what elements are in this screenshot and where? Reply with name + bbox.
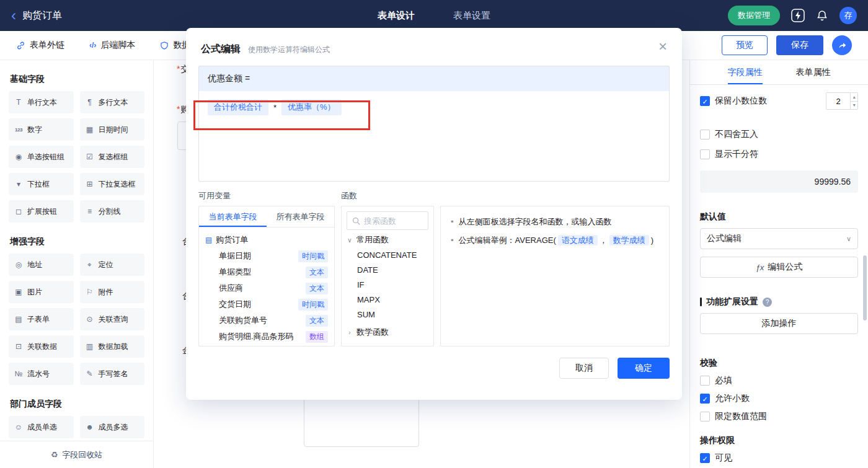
function-item[interactable]: MAPX [347,293,428,307]
field-item[interactable]: ◉单选按钮组 [9,146,74,168]
canvas-field[interactable] [304,399,419,447]
field-item[interactable]: ⌖定位 [80,254,145,276]
field-item[interactable]: ⊡关联数据 [9,335,74,358]
field-item[interactable]: ◻扩展按钮 [9,200,74,223]
field-item[interactable]: ☺成员单选 [9,416,74,438]
tab-form-design[interactable]: 表单设计 [378,10,415,22]
subform-icon: ▤ [14,315,24,324]
formula-input-area[interactable]: 合计价税合计 * 优惠率（%） [199,91,669,123]
field-item[interactable]: ⚐附件 [80,281,145,303]
field-item[interactable]: ¶多行文本 [80,91,145,113]
function-group-common[interactable]: ∨ 常用函数 [347,232,428,248]
dropdown-icon: ▾ [14,180,24,188]
field-item[interactable]: ☑复选框组 [80,146,145,168]
backend-script-label: 后端脚本 [100,40,135,51]
field-item[interactable]: ▤子表单 [9,308,74,330]
decimal-places-stepper: ▲▼ [826,92,858,110]
stepper-up-icon[interactable]: ▲ [851,93,857,102]
field-item[interactable]: ⊞下拉复选框 [80,173,145,195]
function-item[interactable]: SUM [347,307,428,322]
function-search-input[interactable] [364,216,423,226]
limit-range-checkbox[interactable] [700,412,710,422]
required-checkbox[interactable] [700,376,710,386]
variable-row[interactable]: 关联购货单号文本 [205,312,328,329]
function-group-text[interactable]: › 文本函数 [347,342,428,347]
variable-row[interactable]: 购货明细.商品条形码数组 [205,329,328,345]
variable-row[interactable]: 单据日期时间戳 [205,248,328,264]
field-item[interactable]: ☻成员多选 [80,416,145,438]
stepper-down-icon[interactable]: ▼ [851,102,857,110]
field-item[interactable]: ⊙关联查询 [80,308,145,330]
cancel-button[interactable]: 取消 [559,358,609,379]
function-item[interactable]: IF [347,278,428,293]
link-icon [16,41,25,50]
form-external-link-item[interactable]: 表单外链 [16,40,64,51]
add-action-button[interactable]: 添加操作 [700,313,858,334]
edit-formula-button[interactable]: ƒx 编辑公式 [700,257,858,278]
default-value-select[interactable]: 公式编辑 ∨ [700,228,858,249]
thousand-separator-checkbox[interactable] [700,149,710,159]
data-manage-button[interactable]: 数据管理 [728,6,780,25]
formula-field-token[interactable]: 合计价税合计 [208,99,268,115]
field-item[interactable]: ✎手写签名 [80,363,145,385]
field-item[interactable]: 123数字 [9,118,74,141]
field-item-label: 成员多选 [99,422,128,433]
field-item[interactable]: ◎地址 [9,254,74,276]
member-multi-icon: ☻ [85,423,95,431]
app-root: ‹ 购货订单 表单设计 表单设置 数据管理 存 表单外链 ‹/› 后端脚本 [0,0,868,468]
formula-field-token[interactable]: 优惠率（%） [281,99,342,115]
field-type-badge: 数组 [306,331,328,343]
function-item[interactable]: DATE [347,263,428,278]
lightning-icon[interactable] [791,9,805,22]
decimal-places-input[interactable] [826,93,850,109]
preview-button[interactable]: 预览 [722,35,768,55]
help-panel: • 从左侧面板选择字段名和函数，或输入函数 • 公式编辑举例：AVERAGE(语… [440,206,670,347]
tab-form-properties[interactable]: 表单属性 [796,60,831,84]
field-item[interactable]: ≡分割线 [80,200,145,223]
function-group-math[interactable]: › 数学函数 [347,324,428,340]
shield-icon [160,41,169,50]
share-button[interactable] [832,35,852,55]
close-icon[interactable]: × [658,39,667,54]
variable-row[interactable]: 供应商文本 [205,280,328,296]
formula-target: 优惠金额 = [199,66,669,91]
no-rounding-label: 不四舍五入 [715,129,758,140]
modal-title: 公式编辑 [201,43,241,56]
scrollbar-thumb[interactable] [863,255,867,320]
tab-form-settings[interactable]: 表单设置 [453,10,490,22]
member-fields-grid: ☺成员单选 ☻成员多选 [9,416,144,438]
tab-all-form-fields[interactable]: 所有表单字段 [267,206,334,227]
field-item-label: 单选按钮组 [27,152,64,162]
basic-fields-grid: T单行文本 ¶多行文本 123数字 ▦日期时间 ◉单选按钮组 ☑复选框组 ▾下拉… [9,91,144,223]
field-item[interactable]: ▦日期时间 [80,118,145,141]
field-item[interactable]: T单行文本 [9,91,74,113]
tab-current-form-fields[interactable]: 当前表单字段 [199,206,267,227]
field-item-label: 数字 [27,125,42,135]
confirm-button[interactable]: 确定 [618,358,670,379]
avatar[interactable]: 存 [839,7,857,24]
divider-icon: ≡ [85,207,95,216]
tab-field-properties[interactable]: 字段属性 [728,60,763,84]
backend-script-item[interactable]: ‹/› 后端脚本 [89,40,135,51]
form-root-node[interactable]: ▤ 购货订单 [205,232,328,248]
field-item[interactable]: ▥数据加载 [80,335,145,358]
variable-row[interactable]: 交货日期时间戳 [205,296,328,312]
variable-row[interactable]: 单据类型文本 [205,264,328,280]
bell-icon[interactable] [816,9,828,22]
help-icon[interactable]: ? [763,298,772,307]
visible-checkbox[interactable] [700,453,710,463]
formula-operator: * [273,103,277,112]
canvas-input[interactable] [177,121,187,150]
variables-label: 可用变量 [198,190,341,201]
save-button[interactable]: 保存 [776,35,823,55]
no-rounding-checkbox[interactable] [700,130,710,139]
decimal-places-checkbox[interactable] [700,96,710,106]
field-recycle-bin[interactable]: ♻ 字段回收站 [0,441,153,468]
decimal-places-row: 保留小数位数 ▲▼ [700,92,858,110]
field-item[interactable]: №流水号 [9,363,74,385]
function-item[interactable]: CONCATENATE [347,248,428,263]
field-item[interactable]: ▣图片 [9,281,74,303]
field-item[interactable]: ▾下拉框 [9,173,74,195]
allow-decimal-checkbox[interactable] [700,394,710,404]
back-icon[interactable]: ‹ [11,8,16,23]
